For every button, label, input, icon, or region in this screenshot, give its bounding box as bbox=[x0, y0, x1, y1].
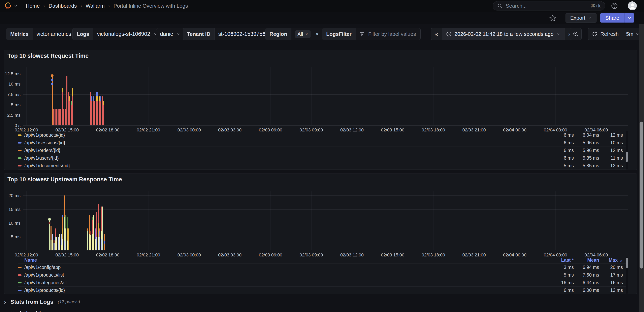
series-bar bbox=[99, 231, 100, 237]
legend-value-mean: 6.04 ms bbox=[576, 132, 602, 138]
series-bar bbox=[54, 109, 56, 126]
x-tick-label: 02/04 03:00 bbox=[537, 128, 574, 133]
x-gridline bbox=[515, 192, 515, 250]
breadcrumb-item: Portal Inline Overview with Logs bbox=[114, 3, 188, 9]
y-tick-label: 2.5 ms bbox=[0, 113, 20, 118]
clear-all-icon[interactable]: × bbox=[316, 31, 319, 37]
panel-title[interactable]: Top 10 slowest Request Time bbox=[8, 52, 88, 59]
legend-series-name: /api/v1/products/list bbox=[18, 272, 546, 278]
x-gridline bbox=[556, 192, 556, 250]
series-bar bbox=[54, 243, 54, 250]
legend-header-last[interactable]: Last * bbox=[546, 258, 576, 263]
remove-chip-icon[interactable]: × bbox=[305, 31, 308, 37]
legend-scrollbar[interactable] bbox=[626, 131, 628, 169]
x-tick-label: 02/03 21:00 bbox=[456, 128, 492, 133]
y-tick-label: 10 ms bbox=[0, 82, 20, 87]
avatar[interactable] bbox=[628, 2, 637, 10]
nav-divider bbox=[623, 2, 623, 10]
legend-header-name[interactable]: Name bbox=[18, 258, 546, 263]
series-bar bbox=[104, 241, 105, 244]
legend-header-max[interactable]: Max ⌄ bbox=[602, 258, 626, 263]
legend-value-max: 11 ms bbox=[602, 156, 626, 161]
panel-title[interactable]: Top 10 slowest Upstream Response Time bbox=[8, 176, 122, 183]
legend-series-name: /api/v1/products/{id} bbox=[18, 132, 546, 138]
legend-value-last: 6 ms bbox=[546, 148, 576, 153]
share-options-button[interactable] bbox=[624, 13, 634, 22]
x-tick-label: 02/02 18:00 bbox=[90, 252, 126, 258]
x-tick-label: 02/04 06:00 bbox=[578, 252, 614, 258]
breadcrumb-item[interactable]: Dashboards bbox=[48, 3, 77, 9]
search-input[interactable] bbox=[505, 2, 588, 9]
legend-row[interactable]: /api/v1/categories/all16 ms6.44 ms16 ms bbox=[18, 279, 626, 287]
region-chip-all[interactable]: All × bbox=[295, 30, 310, 38]
x-tick-label: 02/03 09:00 bbox=[293, 252, 330, 258]
breadcrumb-item[interactable]: Wallarm bbox=[86, 3, 105, 9]
series-bar bbox=[99, 237, 100, 250]
x-tick-label: 02/02 18:00 bbox=[90, 128, 126, 133]
series-bar bbox=[98, 237, 99, 250]
series-point bbox=[48, 222, 50, 224]
x-tick-label: 02/03 12:00 bbox=[334, 128, 370, 133]
var-extra-value[interactable]: danic bbox=[156, 28, 184, 40]
series-bar bbox=[72, 88, 73, 96]
series-bar bbox=[62, 88, 63, 92]
var-logs-value[interactable]: victorialogs-st-106902 bbox=[94, 28, 161, 40]
time-shift-back-button[interactable]: « bbox=[431, 28, 442, 40]
series-bar bbox=[96, 212, 97, 237]
y-tick-label: 20 ms bbox=[0, 193, 20, 198]
export-label: Export bbox=[570, 15, 585, 21]
top-navbar: Home›Dashboards›Wallarm›Portal Inline Ov… bbox=[0, 0, 644, 12]
series-bar bbox=[64, 228, 65, 240]
row-partial[interactable]: › Node health bbox=[4, 310, 43, 312]
legend-row[interactable]: /api/v1/documents/{id}5 ms5.85 ms12 ms bbox=[18, 162, 626, 170]
legend-row[interactable]: /api/v1/products/{id}6 ms6.00 ms13 ms bbox=[18, 287, 626, 294]
legend-value-max: 13 ms bbox=[602, 288, 626, 293]
legend-header-mean[interactable]: Mean bbox=[576, 258, 602, 263]
grafana-logo-menu[interactable] bbox=[4, 2, 18, 10]
share-button[interactable]: Share bbox=[600, 13, 624, 22]
star-icon[interactable] bbox=[549, 14, 556, 21]
x-tick-label: 02/03 03:00 bbox=[212, 252, 248, 258]
page-scrollbar[interactable] bbox=[639, 24, 644, 312]
series-bar bbox=[89, 234, 90, 250]
series-bar bbox=[55, 240, 56, 250]
series-bar bbox=[98, 101, 100, 126]
var-tenant: Tenant ID st-106902-1539756 bbox=[183, 28, 276, 40]
legend-row[interactable]: /api/v1/orders/{id}6 ms5.96 ms12 ms bbox=[18, 147, 626, 154]
series-bar bbox=[102, 96, 103, 126]
help-icon[interactable] bbox=[611, 2, 618, 10]
legend-row[interactable]: /api/v1/users/{id}6 ms5.85 ms11 ms bbox=[18, 154, 626, 162]
chevron-down-icon bbox=[588, 16, 592, 20]
funnel-icon bbox=[360, 32, 365, 37]
search-box[interactable]: ⌘+k bbox=[493, 1, 605, 10]
grafana-dashboard: Home›Dashboards›Wallarm›Portal Inline Ov… bbox=[0, 0, 644, 312]
breadcrumb-item[interactable]: Home bbox=[26, 3, 40, 9]
series-bar bbox=[97, 96, 98, 101]
legend-row[interactable]: /api/v1/sessions/{id}6 ms5.96 ms10 ms bbox=[18, 139, 626, 147]
export-button[interactable]: Export bbox=[566, 13, 596, 22]
legend-row[interactable]: /api/v1/config/app3 ms6.94 ms20 ms bbox=[18, 264, 626, 271]
legend-row[interactable]: /api/v1/products/list5 ms7.60 ms17 ms bbox=[18, 271, 626, 279]
var-logsfilter: LogsFilter bbox=[322, 28, 420, 40]
refresh-button[interactable]: Refresh bbox=[588, 28, 623, 40]
series-bar bbox=[100, 101, 101, 126]
zoom-out-group bbox=[570, 28, 582, 40]
x-tick-label: 02/03 15:00 bbox=[374, 252, 411, 258]
series-bar bbox=[89, 215, 90, 234]
row-stats-from-logs[interactable]: › Stats from Logs (17 panels) bbox=[4, 298, 80, 306]
row-title: Stats from Logs bbox=[10, 299, 53, 305]
series-bar bbox=[100, 206, 102, 231]
legend-value-max: 16 ms bbox=[602, 280, 626, 286]
chevron-down-icon bbox=[14, 4, 18, 8]
page-scrollbar-thumb[interactable] bbox=[640, 122, 643, 268]
x-tick-label: 02/02 12:00 bbox=[8, 252, 44, 258]
legend-value-max: 12 ms bbox=[602, 163, 626, 168]
chevron-right-icon: › bbox=[4, 310, 6, 312]
legend-scrollbar[interactable] bbox=[626, 257, 628, 294]
logsfilter-input[interactable] bbox=[368, 31, 420, 38]
series-bar bbox=[59, 109, 60, 126]
time-range-picker[interactable]: 2026-02-02 11:42:18 to a few seconds ago bbox=[442, 28, 564, 40]
zoom-out-icon[interactable] bbox=[570, 28, 582, 40]
row-panel-count: (17 panels) bbox=[58, 299, 80, 304]
var-region-label: Region bbox=[266, 28, 292, 40]
